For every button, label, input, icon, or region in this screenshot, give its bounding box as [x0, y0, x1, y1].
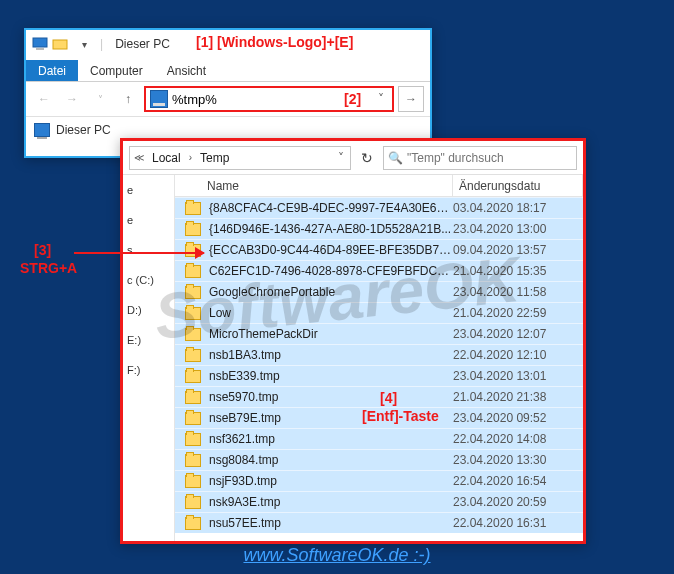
tab-view[interactable]: Ansicht — [155, 60, 218, 81]
folder-icon — [185, 223, 201, 236]
file-date: 21.04.2020 21:38 — [453, 390, 579, 404]
folder-icon — [185, 307, 201, 320]
tab-file[interactable]: Datei — [26, 60, 78, 81]
crumb-temp[interactable]: Temp — [196, 151, 233, 165]
table-row[interactable]: nsu57EE.tmp22.04.2020 16:31 — [175, 512, 583, 533]
file-name: nseB79E.tmp — [209, 411, 453, 425]
file-name: {8A8CFAC4-CE9B-4DEC-9997-7E4A30E6E... — [209, 201, 453, 215]
table-row[interactable]: {ECCAB3D0-9C44-46D4-89EE-BFE35DB7D...09.… — [175, 239, 583, 260]
annotation-3-arrow — [74, 252, 204, 254]
address-bar[interactable]: [2] ˅ — [144, 86, 394, 112]
file-date: 22.04.2020 16:54 — [453, 474, 579, 488]
table-row[interactable]: GoogleChromePortable23.04.2020 11:58 — [175, 281, 583, 302]
nav-row: ≪ Local › Temp ˅ ↻ 🔍 — [123, 141, 583, 175]
folder-icon — [185, 391, 201, 404]
table-row[interactable]: {146D946E-1436-427A-AE80-1D5528A21B...23… — [175, 218, 583, 239]
folder-icon — [185, 202, 201, 215]
file-name: C62EFC1D-7496-4028-8978-CFE9FBFDCD... — [209, 264, 453, 278]
folder-icon — [185, 349, 201, 362]
table-row[interactable]: nseB79E.tmp23.04.2020 09:52 — [175, 407, 583, 428]
folder-icon — [185, 517, 201, 530]
file-date: 09.04.2020 13:57 — [453, 243, 579, 257]
search-input[interactable] — [407, 151, 572, 165]
file-date: 23.04.2020 12:07 — [453, 327, 579, 341]
file-date: 22.04.2020 14:08 — [453, 432, 579, 446]
address-input[interactable] — [172, 92, 340, 107]
file-date: 22.04.2020 16:31 — [453, 516, 579, 530]
annotation-3-text: STRG+A — [20, 260, 77, 276]
sidebar-item[interactable]: E:) — [123, 331, 174, 349]
qat-folder-icon[interactable] — [52, 36, 68, 52]
table-row[interactable]: nsbE339.tmp23.04.2020 13:01 — [175, 365, 583, 386]
file-date: 21.04.2020 22:59 — [453, 306, 579, 320]
titlebar: ▾ | Dieser PC — [26, 30, 430, 58]
file-date: 23.04.2020 13:00 — [453, 222, 579, 236]
breadcrumb-overflow-icon[interactable]: ≪ — [132, 152, 146, 163]
window-title: Dieser PC — [115, 37, 170, 51]
nav-pane[interactable]: eesc (C:)D:)E:)F:) — [123, 175, 175, 541]
table-row[interactable]: nsjF93D.tmp22.04.2020 16:54 — [175, 470, 583, 491]
annotation-2: [2] — [344, 91, 361, 107]
folder-icon — [185, 496, 201, 509]
forward-button: → — [60, 87, 84, 111]
sidebar-item[interactable]: s — [123, 241, 174, 259]
search-box[interactable]: 🔍 — [383, 146, 577, 170]
column-headers: Name Änderungsdatu — [175, 175, 583, 197]
folder-icon — [185, 265, 201, 278]
folder-icon — [185, 370, 201, 383]
up-button[interactable]: ↑ — [116, 87, 140, 111]
search-icon: 🔍 — [388, 151, 403, 165]
file-list[interactable]: {8A8CFAC4-CE9B-4DEC-9997-7E4A30E6E...03.… — [175, 197, 583, 541]
table-row[interactable]: nse5970.tmp21.04.2020 21:38 — [175, 386, 583, 407]
sidebar-item[interactable]: c (C:) — [123, 271, 174, 289]
folder-icon — [185, 475, 201, 488]
refresh-button[interactable]: ↻ — [353, 150, 381, 166]
table-row[interactable]: nsf3621.tmp22.04.2020 14:08 — [175, 428, 583, 449]
tab-computer[interactable]: Computer — [78, 60, 155, 81]
table-row[interactable]: Low21.04.2020 22:59 — [175, 302, 583, 323]
folder-icon — [185, 328, 201, 341]
this-pc-icon — [32, 36, 48, 52]
svg-rect-2 — [53, 40, 67, 49]
back-button: ← — [32, 87, 56, 111]
breadcrumb-dropdown-icon[interactable]: ˅ — [334, 151, 348, 165]
go-button[interactable]: → — [398, 86, 424, 112]
table-row[interactable]: MicroThemePackDir23.04.2020 12:07 — [175, 323, 583, 344]
file-date: 23.04.2020 13:01 — [453, 369, 579, 383]
file-name: nsbE339.tmp — [209, 369, 453, 383]
file-name: MicroThemePackDir — [209, 327, 453, 341]
recent-dropdown-icon[interactable]: ˅ — [88, 87, 112, 111]
sidebar-item[interactable]: e — [123, 181, 174, 199]
file-date: 22.04.2020 12:10 — [453, 348, 579, 362]
file-name: nsjF93D.tmp — [209, 474, 453, 488]
file-date: 23.04.2020 20:59 — [453, 495, 579, 509]
breadcrumb[interactable]: ≪ Local › Temp ˅ — [129, 146, 351, 170]
file-name: nsu57EE.tmp — [209, 516, 453, 530]
table-row[interactable]: nsk9A3E.tmp23.04.2020 20:59 — [175, 491, 583, 512]
annotation-3-num: [3] — [34, 242, 51, 258]
sidebar-item[interactable]: F:) — [123, 361, 174, 379]
file-name: GoogleChromePortable — [209, 285, 453, 299]
col-modified[interactable]: Änderungsdatu — [453, 175, 583, 196]
qat-dropdown-icon[interactable]: ▾ — [76, 36, 92, 52]
footer-url: www.SoftwareOK.de :-) — [0, 545, 674, 566]
address-dropdown-icon[interactable]: ˅ — [374, 92, 388, 106]
table-row[interactable]: {8A8CFAC4-CE9B-4DEC-9997-7E4A30E6E...03.… — [175, 197, 583, 218]
file-name: nsb1BA3.tmp — [209, 348, 453, 362]
table-row[interactable]: C62EFC1D-7496-4028-8978-CFE9FBFDCD...21.… — [175, 260, 583, 281]
col-name[interactable]: Name — [175, 175, 453, 196]
crumb-local[interactable]: Local — [148, 151, 185, 165]
file-name: {ECCAB3D0-9C44-46D4-89EE-BFE35DB7D... — [209, 243, 453, 257]
chevron-right-icon: › — [187, 152, 194, 163]
folder-icon — [185, 433, 201, 446]
sidebar-item[interactable]: D:) — [123, 301, 174, 319]
table-row[interactable]: nsg8084.tmp23.04.2020 13:30 — [175, 449, 583, 470]
file-name: nse5970.tmp — [209, 390, 453, 404]
table-row[interactable]: nsb1BA3.tmp22.04.2020 12:10 — [175, 344, 583, 365]
sidebar-item[interactable]: e — [123, 211, 174, 229]
explorer-window-temp: ≪ Local › Temp ˅ ↻ 🔍 eesc (C:)D:)E:)F:) … — [120, 138, 586, 544]
file-date: 21.04.2020 15:35 — [453, 264, 579, 278]
file-name: {146D946E-1436-427A-AE80-1D5528A21B... — [209, 222, 453, 236]
folder-icon — [185, 412, 201, 425]
ribbon-tabs: Datei Computer Ansicht — [26, 58, 430, 82]
